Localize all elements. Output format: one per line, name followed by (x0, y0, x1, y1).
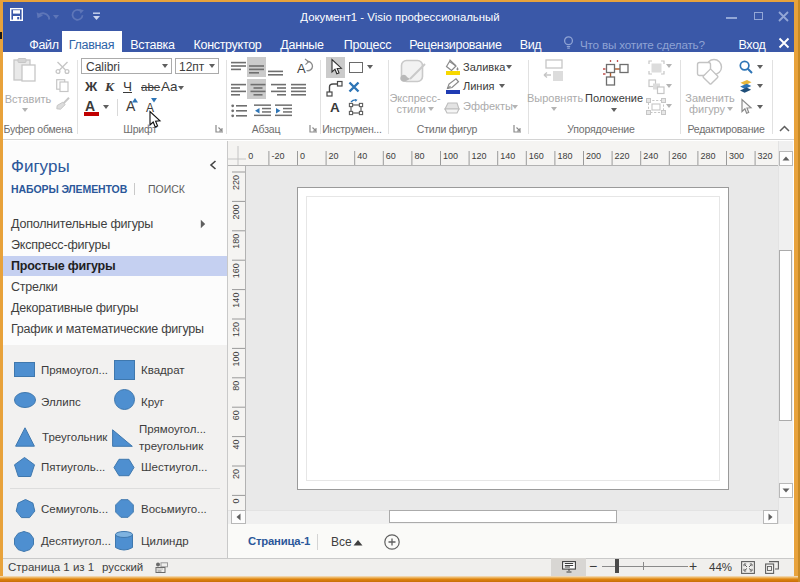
svg-text:20: 20 (231, 469, 241, 479)
svg-text:200: 200 (586, 151, 601, 161)
svg-text:160: 160 (529, 151, 544, 161)
svg-text:А: А (297, 61, 306, 76)
svg-text:220: 220 (615, 151, 630, 161)
svg-text:280: 280 (700, 151, 715, 161)
svg-text:60: 60 (386, 151, 396, 161)
svg-text:180: 180 (231, 234, 241, 249)
svg-text:0: 0 (231, 498, 241, 503)
svg-text:120: 120 (231, 322, 241, 337)
svg-text:0: 0 (300, 151, 305, 161)
svg-text:300: 300 (729, 151, 744, 161)
svg-text:260: 260 (672, 151, 687, 161)
svg-text:100: 100 (231, 351, 241, 366)
svg-text:140: 140 (231, 293, 241, 308)
svg-text:0: 0 (248, 151, 253, 161)
svg-text:180: 180 (557, 151, 572, 161)
svg-text:40: 40 (357, 151, 367, 161)
svg-text:240: 240 (643, 151, 658, 161)
svg-text:220: 220 (231, 175, 241, 190)
svg-text:160: 160 (231, 263, 241, 278)
svg-text:120: 120 (472, 151, 487, 161)
svg-text:100: 100 (443, 151, 458, 161)
svg-text:80: 80 (414, 151, 424, 161)
svg-text:200: 200 (231, 204, 241, 219)
svg-text:60: 60 (231, 410, 241, 420)
svg-text:320: 320 (758, 151, 773, 161)
svg-text:80: 80 (231, 381, 241, 391)
svg-text:-20: -20 (271, 151, 284, 161)
svg-text:20: 20 (329, 151, 339, 161)
svg-text:140: 140 (500, 151, 515, 161)
svg-text:40: 40 (231, 440, 241, 450)
